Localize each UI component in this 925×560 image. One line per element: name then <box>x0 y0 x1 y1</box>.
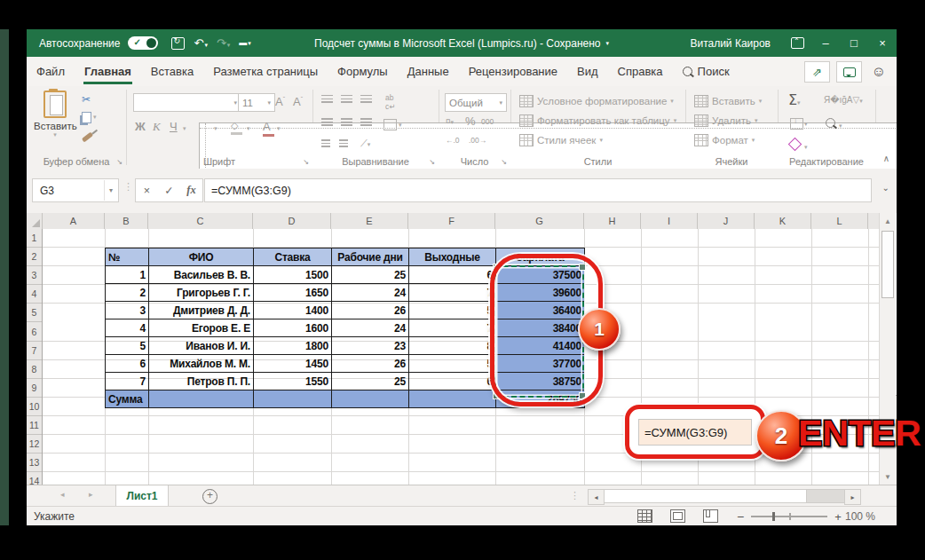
cell-c7[interactable]: Иванов И. И. <box>149 337 254 355</box>
insert-cells-button[interactable]: Вставить▾ <box>694 91 762 110</box>
column-header-c[interactable]: C <box>148 213 253 229</box>
close-button[interactable]: × <box>868 29 897 57</box>
cell-d9[interactable]: 1550 <box>254 373 332 390</box>
cell-d10[interactable] <box>254 390 332 408</box>
cell-f9[interactable]: 6 <box>409 373 496 390</box>
align-right-icon[interactable] <box>360 118 372 126</box>
scroll-down-icon[interactable]: ▼ <box>880 469 896 485</box>
cell-b9[interactable]: 7 <box>106 373 149 390</box>
scroll-right-icon[interactable]: ▸ <box>844 489 861 505</box>
zoom-slider[interactable] <box>751 516 827 517</box>
maximize-button[interactable]: □ <box>840 29 868 57</box>
underline-dropdown-icon[interactable]: ▾ <box>183 125 186 132</box>
decrease-font-icon[interactable]: Аˇ <box>293 95 303 108</box>
cell-e8[interactable]: 26 <box>332 355 409 373</box>
autosave-toggle[interactable]: ✓ <box>128 36 158 50</box>
cell-e5[interactable]: 26 <box>332 302 409 319</box>
feedback-smiley-icon[interactable]: ☺ <box>868 64 889 80</box>
search-box[interactable]: Поиск <box>673 57 739 86</box>
new-sheet-button[interactable]: + <box>202 489 217 504</box>
vertical-scroll-thumb[interactable] <box>882 231 894 298</box>
cell-d4[interactable]: 1650 <box>254 284 332 302</box>
align-center-icon[interactable] <box>341 118 352 126</box>
cell-c4[interactable]: Григорьев Г. Г. <box>149 284 254 302</box>
header-cell-daysoff[interactable]: Выходные <box>409 248 496 266</box>
cell-d3[interactable]: 1500 <box>254 266 332 284</box>
delete-cells-button[interactable]: Удалить▾ <box>694 111 757 130</box>
share-button[interactable]: ⇗ <box>804 61 830 83</box>
collapse-ribbon-icon[interactable]: ∧ <box>883 154 889 163</box>
sheet-tab-list1[interactable]: Лист1 <box>115 485 169 508</box>
row-header-14[interactable]: 14 <box>27 472 42 485</box>
comma-style-icon[interactable]: 000 <box>481 117 494 126</box>
scroll-up-icon[interactable]: ▲ <box>880 213 896 229</box>
zoom-slider-thumb[interactable] <box>772 512 775 521</box>
sheet-nav-prev-icon[interactable]: ◂ <box>60 490 65 499</box>
column-header-j[interactable]: J <box>698 213 755 229</box>
cell-e10[interactable] <box>332 390 409 408</box>
column-header-d[interactable]: D <box>253 213 331 229</box>
row-header-11[interactable]: 11 <box>27 416 42 435</box>
cell-f4[interactable]: 7 <box>409 284 496 302</box>
tab-view[interactable]: Вид <box>567 57 608 86</box>
font-name-combo[interactable]: ▾ <box>133 93 241 112</box>
orientation-icon[interactable]: ⟋▾ <box>360 138 370 149</box>
align-middle-icon[interactable] <box>341 95 352 103</box>
cell-e3[interactable]: 25 <box>332 266 409 284</box>
alignment-dialog-launcher-icon[interactable]: ↘ <box>429 158 435 166</box>
row-header-9[interactable]: 9 <box>27 379 42 398</box>
insert-function-button[interactable]: fx <box>180 184 202 197</box>
copy-button[interactable]: ▾ <box>82 111 97 123</box>
row-header-5[interactable]: 5 <box>27 304 42 322</box>
page-layout-view-icon[interactable] <box>670 509 685 523</box>
row-header-6[interactable]: 6 <box>27 322 42 341</box>
minimize-button[interactable]: – <box>811 29 840 57</box>
cut-button[interactable]: ✂ <box>82 93 97 106</box>
column-header-a[interactable]: A <box>43 213 105 229</box>
row-header-4[interactable]: 4 <box>27 285 42 304</box>
tab-formulas[interactable]: Формулы <box>328 57 398 86</box>
column-header-i[interactable]: I <box>641 213 698 229</box>
number-dialog-launcher-icon[interactable]: ↘ <box>501 158 507 166</box>
row-header-13[interactable]: 13 <box>27 454 42 472</box>
undo-button[interactable]: ↶▾ <box>194 37 207 49</box>
column-header-h[interactable]: H <box>584 213 641 229</box>
saved-dropdown-icon[interactable]: ▾ <box>605 40 609 47</box>
merge-dropdown-icon[interactable]: ▾ <box>399 122 402 129</box>
column-header-e[interactable]: E <box>331 213 408 229</box>
cell-b4[interactable]: 2 <box>106 284 149 302</box>
cell-b5[interactable]: 3 <box>106 302 149 319</box>
formula-bar-resize-handle[interactable]: ⋮ <box>123 181 133 193</box>
format-cells-button[interactable]: Формат▾ <box>694 130 755 149</box>
cell-d5[interactable]: 1400 <box>254 302 332 319</box>
increase-indent-icon[interactable] <box>339 139 348 147</box>
align-left-icon[interactable] <box>321 118 333 126</box>
column-header-b[interactable]: B <box>105 213 148 229</box>
cell-e6[interactable]: 24 <box>332 319 409 337</box>
column-header-f[interactable]: F <box>408 213 495 229</box>
horizontal-scroll-track[interactable] <box>605 489 844 503</box>
autosum-button[interactable]: Σ▾ <box>788 91 801 108</box>
tab-file[interactable]: Файл <box>27 57 75 86</box>
name-box-dropdown-icon[interactable]: ▾ <box>104 180 118 201</box>
row-header-10[interactable]: 10 <box>27 398 42 416</box>
zoom-in-icon[interactable]: + <box>834 510 842 524</box>
underline-button[interactable]: Ч <box>170 120 178 133</box>
header-cell-name[interactable]: ФИО <box>149 248 254 266</box>
horizontal-scroll-thumb[interactable] <box>605 490 807 502</box>
tab-review[interactable]: Рецензирование <box>459 57 567 86</box>
redo-button[interactable]: ↷▾ <box>217 37 230 49</box>
number-format-combo[interactable]: Общий▾ <box>445 93 507 112</box>
row-header-3[interactable]: 3 <box>27 266 42 285</box>
cell-f7[interactable]: 8 <box>409 337 496 355</box>
row-header-2[interactable]: 2 <box>27 248 42 266</box>
conditional-formatting-button[interactable]: Условное форматирование▾ <box>519 91 674 110</box>
find-select-button[interactable]: ▾ <box>826 118 842 130</box>
borders-dropdown-icon[interactable]: ▾ <box>214 125 217 132</box>
zoom-out-icon[interactable]: − <box>737 509 744 524</box>
cell-styles-button[interactable]: Стили ячеек▾ <box>519 130 603 149</box>
page-break-view-icon[interactable] <box>703 509 718 523</box>
ribbon-display-options-button[interactable] <box>783 29 811 57</box>
cancel-formula-button[interactable]: × <box>136 185 158 197</box>
tab-data[interactable]: Данные <box>398 57 459 86</box>
